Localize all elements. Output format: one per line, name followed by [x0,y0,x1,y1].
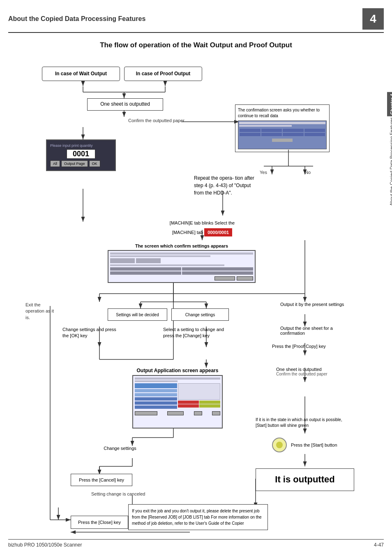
flow-diagram-wrapper: In case of Wait Output In case of Proof … [9,59,383,536]
chapter-label: Chapter 4 [387,92,392,116]
settings-decided-box: Settings will be decided [108,308,167,321]
setting-canceled-label: Setting change is canceled [91,491,145,497]
proof-output-box: In case of Proof Output [124,67,202,81]
change-settings-box: Change settings [171,308,229,321]
qty-value: 0001 [67,149,95,159]
qty-input-screen: Please input print quantity 0001 All Out… [46,139,116,171]
exit-operation-label: Exit the operation as it is. [25,302,58,321]
select-setting-change: Select a setting to change and press the… [163,327,233,339]
confirm-outputted-label: Confirm the outputted paper [128,118,184,123]
press-cancel-box: Press the [Cancel] key [71,474,132,486]
footer-left: bizhub PRO 1050/1050e Scanner [8,542,82,548]
one-sheet-outputted: One sheet is outputted [87,98,163,111]
section-title: The flow of operation of the Wait Output… [8,41,384,49]
press-start-container: Press the [Start] button [272,438,362,452]
press-close-box: Press the [Close] key [71,516,128,529]
header-title: About the Copied Data Processing Feature… [8,15,145,23]
wait-output-box: In case of Wait Output [42,67,120,81]
change-settings2: Change settings [95,446,145,451]
btn-ok[interactable]: OK [89,160,100,167]
screen-confirm-label: The screen which confirm settings appear… [108,243,256,283]
output-one-sheet: Output the one sheet for a confirmation [280,326,350,336]
if-state-output: If it is in the state in which an output… [256,417,354,429]
no-label: No [305,169,311,175]
one-sheet-outputted2: One sheet is outputted Confirm the outpu… [276,367,358,376]
repeat-operation-label: Repeat the opera- tion after step 4 (p. … [194,174,260,197]
confirmation-screen-text: The confirmation screen asks you whether… [235,104,330,152]
footer-right: 4-47 [374,542,384,548]
if-you-exit-box: If you exit the job and you don't output… [128,504,268,530]
it-is-outputted: It is outputted [256,468,354,491]
page-number: 4 [362,8,384,30]
btn-all[interactable]: All [50,160,60,167]
page-footer: bizhub PRO 1050/1050e Scanner 4-47 [8,539,384,548]
counter-display: 0000/0001 [204,228,232,237]
change-settings-ok: Change settings and press the [OK] key [62,327,122,339]
output-present-settings: Output it by the present settings [280,302,350,307]
right-sidebar: Chapter 4 About the Copied Data Processi… [384,92,392,206]
feature-label: About the Copied Data Processing Feature… [389,117,392,206]
btn-output-page[interactable]: Output Page [61,160,88,167]
machine-tab-blinks: [MACHIN]E tab blinks Select the [MACHINE… [161,220,243,236]
output-application-label: Output Application screen appears [132,368,223,429]
press-proof-copy: Press the [Proof Copy] key [272,344,354,349]
page-header: About the Copied Data Processing Feature… [8,8,384,33]
flow-diagram: In case of Wait Output In case of Proof … [17,59,375,536]
yes-label: Yes [260,169,267,175]
